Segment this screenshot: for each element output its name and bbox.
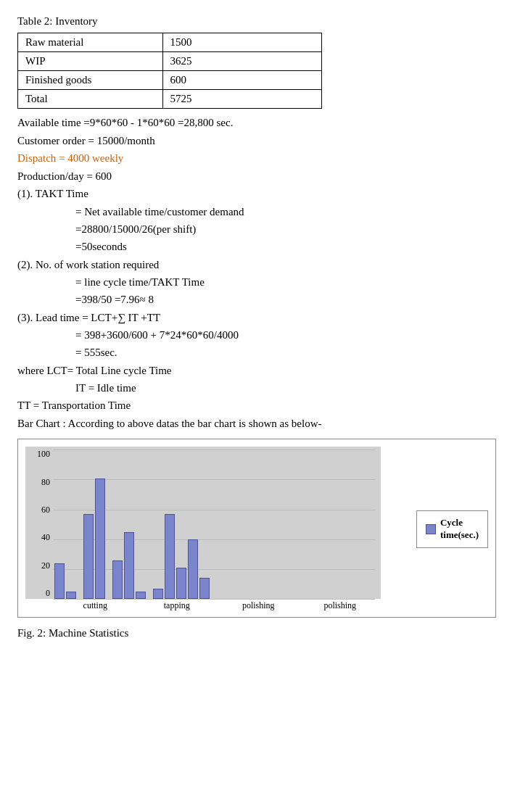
bar-intro: Bar Chart : According to above datas the… xyxy=(17,415,511,432)
lct-def1: where LCT= Total Line cycle Time xyxy=(17,362,511,379)
inventory-table: Raw material1500WIP3625Finished goods600… xyxy=(17,33,322,109)
chart-legend: Cycletime(sec.) xyxy=(416,510,488,548)
takt-line2: =28800/15000/26(per shift) xyxy=(75,221,511,238)
takt-indent: = Net available time/customer demand =28… xyxy=(75,204,511,256)
bar xyxy=(54,563,65,599)
table-cell-label: Finished goods xyxy=(18,71,163,90)
chart-area: 100806040200 cuttingtappingpolishingpoli… xyxy=(25,447,406,611)
legend-label: Cycletime(sec.) xyxy=(440,517,479,542)
workstation-label: (2). No. of work station required xyxy=(17,257,511,273)
legend-item: Cycletime(sec.) xyxy=(426,517,479,542)
table-cell-value: 5725 xyxy=(162,90,321,109)
dispatch: Dispatch = 4000 weekly xyxy=(17,150,511,167)
bar-group xyxy=(83,478,105,599)
bar xyxy=(124,532,134,599)
bars-wrapper xyxy=(54,452,215,599)
lead-line2: = 555sec. xyxy=(75,344,511,361)
lead-line1: = 398+3600/600 + 7*24*60*60/4000 xyxy=(75,327,511,344)
table-cell-label: Total xyxy=(18,90,163,109)
bar xyxy=(112,560,123,599)
bar xyxy=(176,568,186,599)
bar xyxy=(165,514,175,599)
x-axis-labels: cuttingtappingpolishingpolishing xyxy=(25,600,381,611)
lead-label: (3). Lead time = LCT+∑ IT +TT xyxy=(17,310,511,326)
lead-indent: = 398+3600/600 + 7*24*60*60/4000 = 555se… xyxy=(75,327,511,362)
bar xyxy=(199,578,210,599)
y-axis-label: 100 xyxy=(25,450,53,458)
x-axis-label: cutting xyxy=(54,600,136,611)
workstation-indent: = line cycle time/TAKT Time =398/50 =7.9… xyxy=(75,274,511,309)
bar xyxy=(83,514,94,599)
bar xyxy=(188,539,198,599)
legend-color-box xyxy=(426,524,436,534)
y-axis-label: 40 xyxy=(25,533,53,542)
table-cell-value: 1500 xyxy=(162,33,321,52)
takt-line3: =50seconds xyxy=(75,239,511,255)
table-cell-value: 600 xyxy=(162,71,321,90)
y-axis-label: 20 xyxy=(25,561,53,570)
table-title: Table 2: Inventory xyxy=(17,13,511,30)
table-cell-label: Raw material xyxy=(18,33,163,52)
fig-caption: Fig. 2: Machine Statistics xyxy=(17,625,511,642)
table-cell-label: WIP xyxy=(18,52,163,71)
bar-group xyxy=(54,563,76,599)
gridline xyxy=(53,599,375,600)
gridline xyxy=(53,450,375,450)
bar-group xyxy=(112,532,146,599)
chart-plot: 100806040200 xyxy=(25,447,381,599)
workstation-line2: =398/50 =7.96≈ 8 xyxy=(75,291,511,308)
customer-order: Customer order = 15000/month xyxy=(17,133,511,149)
y-axis-label: 80 xyxy=(25,478,53,486)
bar xyxy=(153,589,163,599)
y-axis-label: 0 xyxy=(25,589,53,597)
bar-chart-container: 100806040200 cuttingtappingpolishingpoli… xyxy=(17,439,496,618)
lct-def2-indent: IT = Idle time xyxy=(75,380,511,397)
lct-def2: IT = Idle time xyxy=(75,380,511,397)
y-axis: 100806040200 xyxy=(25,447,53,599)
takt-label: (1). TAKT Time xyxy=(17,186,511,202)
bar xyxy=(136,592,146,599)
bar-group xyxy=(153,514,210,599)
workstation-line1: = line cycle time/TAKT Time xyxy=(75,274,511,291)
tt-def: TT = Transportation Time xyxy=(17,397,511,414)
takt-line1: = Net available time/customer demand xyxy=(75,204,511,220)
bar xyxy=(95,478,105,599)
y-axis-label: 60 xyxy=(25,505,53,514)
production: Production/day = 600 xyxy=(17,168,511,185)
available-time: Available time =9*60*60 - 1*60*60 =28,80… xyxy=(17,115,511,131)
x-axis-label: polishing xyxy=(300,600,381,611)
x-axis-label: tapping xyxy=(136,600,218,611)
bar xyxy=(66,592,76,599)
x-axis-label: polishing xyxy=(218,600,300,611)
table-cell-value: 3625 xyxy=(162,52,321,71)
